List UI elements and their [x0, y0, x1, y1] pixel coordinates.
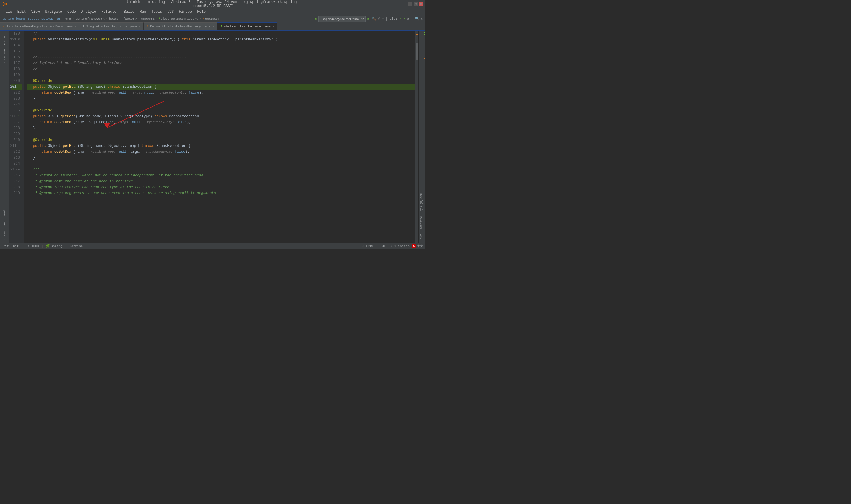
main-container: Project Structure Commit 2: Favorites 19… [0, 31, 426, 242]
code-line-196: //--------------------------------------… [26, 54, 415, 60]
close-button[interactable]: ✕ [419, 2, 423, 6]
menu-build[interactable]: Build [122, 9, 137, 15]
maximize-button[interactable]: □ [414, 2, 418, 6]
indicator-green-2 [424, 34, 426, 35]
tab-label: DefaultListableBeanFactory.java [150, 25, 211, 29]
status-spring[interactable]: 🌿 Spring [46, 244, 62, 248]
title-bar: 〈p〉 thinking-in-spring - AbstractBeanFac… [0, 0, 426, 8]
build-button[interactable]: 🔨 [372, 17, 376, 21]
sidebar-project[interactable]: Project [1, 32, 9, 47]
menu-tools[interactable]: Tools [149, 9, 165, 15]
implement-icon-211[interactable]: ↑ [18, 143, 20, 149]
line-213: 213 [11, 155, 22, 161]
indent[interactable]: 4 spaces [394, 244, 410, 248]
menu-edit[interactable]: Edit [15, 9, 29, 15]
implement-icon-201[interactable]: ↑ [18, 84, 20, 90]
breadcrumb-factory[interactable]: factory [123, 17, 137, 21]
coverage-button[interactable]: ⚡ [378, 17, 380, 21]
minimize-button[interactable]: — [409, 2, 413, 6]
line-207: 207 [11, 119, 22, 125]
settings-btn[interactable]: ⚙ [421, 17, 423, 21]
line-203: 203 [11, 96, 22, 102]
nav-back-btn[interactable]: ◀ [314, 16, 316, 21]
menu-window[interactable]: Window [177, 9, 194, 15]
fold-icon-215[interactable]: ▼ [18, 167, 20, 173]
line-195: 195 [11, 49, 22, 54]
git-push[interactable]: ↑ [411, 17, 413, 21]
line-194: 194 [11, 42, 22, 49]
line-204: 204 [11, 102, 22, 108]
run-config-selector[interactable]: DependencySourceDemo [318, 16, 365, 22]
encoding[interactable]: UTF-8 [382, 244, 392, 248]
right-tool-windows: RestfulTool Database Ant [418, 31, 423, 242]
status-right: 201:19 LF UTF-8 4 spaces S 中文 [361, 244, 423, 248]
status-todo[interactable]: 6: TODO [25, 244, 39, 248]
menu-code[interactable]: Code [65, 9, 78, 15]
right-tool-restful[interactable]: RestfulTool [419, 191, 423, 213]
window-title: thinking-in-spring - AbstractBeanFactory… [106, 0, 319, 8]
breadcrumb-org[interactable]: org [65, 17, 71, 21]
breadcrumb-beans[interactable]: beans [109, 17, 119, 21]
line-202: 202 [11, 90, 22, 96]
sidebar-structure[interactable]: Structure [1, 47, 9, 65]
tab-singleton-registry[interactable]: I SingletonBeanRegistry.java ✕ [79, 22, 144, 30]
menu-analyze[interactable]: Analyze [79, 9, 98, 15]
cursor-position: 201:19 [361, 244, 373, 248]
menu-refactor[interactable]: Refactor [99, 9, 121, 15]
breadcrumb-class[interactable]: C AbstractBeanFactory [159, 17, 198, 21]
breadcrumb-jar[interactable]: spring-beans-5.2.2.RELEASE.jar [2, 17, 61, 21]
tab-singleton-demo[interactable]: J SingletonBeanRegistrationDemo.java ✕ [0, 22, 79, 30]
tab-abstract-bean-factory[interactable]: J AbstractBeanFactory.java ✕ [217, 22, 277, 30]
line-210: 210 [11, 137, 22, 143]
status-git[interactable]: ⎇ 2: Git [2, 244, 19, 248]
git-refresh[interactable]: ↺ [407, 17, 409, 21]
sidebar-commit[interactable]: Commit [1, 206, 9, 219]
code-line-214 [26, 161, 415, 167]
sidebar-favorites[interactable]: 2: Favorites [1, 220, 9, 242]
fold-icon-191[interactable]: ▼ [18, 37, 20, 42]
right-tool-ant[interactable]: Ant [419, 232, 423, 241]
error-badge: S [412, 244, 416, 248]
run-button[interactable]: ▶ [367, 16, 370, 21]
tab-close-btn[interactable]: ✕ [139, 25, 140, 29]
java-file-icon: J [147, 25, 148, 28]
search-btn[interactable]: 🔍 [415, 17, 419, 21]
breadcrumb-springframework[interactable]: springframework [75, 17, 105, 21]
menu-vcs[interactable]: VCS [165, 9, 176, 15]
breadcrumb-support[interactable]: support [141, 17, 155, 21]
code-line-204 [26, 102, 415, 108]
code-line-203: } [26, 96, 415, 102]
tab-label-active: AbstractBeanFactory.java [224, 25, 271, 29]
menu-run[interactable]: Run [138, 9, 149, 15]
code-editor[interactable]: 190 191▼ 194 195 196 197 198 199 200 ▶20… [10, 31, 418, 242]
scrollbar-thumb[interactable] [416, 42, 418, 60]
code-line-195 [26, 49, 415, 54]
code-line-213: } [26, 155, 415, 161]
code-content: 190 191▼ 194 195 196 197 198 199 200 ▶20… [10, 31, 418, 242]
breadcrumb-method[interactable]: m getBean [203, 17, 219, 21]
menu-view[interactable]: View [29, 9, 42, 15]
code-line-212: return doGetBean(name, requiredType: nul… [26, 149, 415, 155]
menu-navigate[interactable]: Navigate [42, 9, 65, 15]
tab-close-btn[interactable]: ✕ [74, 25, 76, 29]
menu-file[interactable]: File [1, 9, 15, 15]
line-ending[interactable]: LF [376, 244, 379, 248]
code-line-208: } [26, 125, 415, 131]
code-line-207: return doGetBean(name, requiredType, arg… [26, 119, 415, 125]
tab-close-btn[interactable]: ✕ [213, 25, 214, 29]
line-198: 198 [11, 66, 22, 72]
line-numbers-gutter: 190 191▼ 194 195 196 197 198 199 200 ▶20… [10, 31, 24, 242]
implement-icon-206[interactable]: ↑ [18, 113, 20, 119]
status-terminal[interactable]: Terminal [69, 244, 85, 248]
menu-help[interactable]: Help [195, 9, 208, 15]
right-tool-database[interactable]: Database [419, 214, 423, 231]
code-line-198: //--------------------------------------… [26, 66, 415, 72]
code-line-201: public Object getBean(String name) throw… [26, 84, 415, 90]
status-separator-1: | [21, 244, 23, 248]
more-button[interactable]: ≡ [382, 17, 384, 21]
vertical-scrollbar[interactable] [415, 31, 418, 242]
tab-default-listable[interactable]: J DefaultListableBeanFactory.java ✕ [144, 22, 217, 30]
tab-close-active-btn[interactable]: ✕ [272, 25, 274, 29]
right-indicator-strip [423, 31, 426, 242]
code-line-216: * Return an instance, which may be share… [26, 173, 415, 178]
